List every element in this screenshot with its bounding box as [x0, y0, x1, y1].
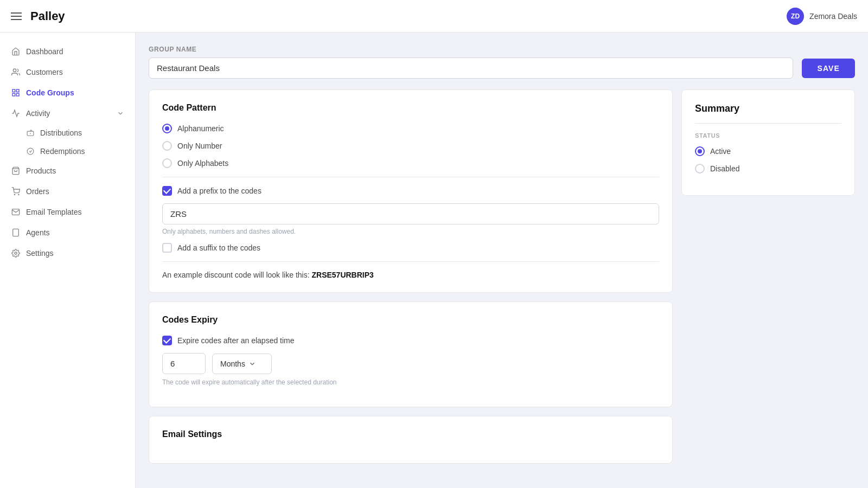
tablet-icon	[11, 228, 21, 237]
radio-alphanumeric[interactable]: Alphanumeric	[162, 124, 659, 133]
expiry-hint: The code will expire automatically after…	[162, 378, 659, 386]
codes-expiry-card: Codes Expiry Expire codes after an elaps…	[149, 301, 673, 407]
email-settings-title: Email Settings	[162, 429, 659, 439]
sidebar-item-dashboard[interactable]: Dashboard	[0, 41, 135, 62]
expiry-row: Months	[162, 353, 659, 374]
radio-disabled[interactable]: Disabled	[695, 164, 841, 174]
check-circle-icon	[26, 147, 35, 156]
radio-active[interactable]: Active	[695, 146, 841, 156]
svg-point-7	[27, 148, 34, 155]
sidebar-item-email-templates[interactable]: Email Templates	[0, 202, 135, 222]
summary-panel: Summary STATUS Active Disabled	[681, 89, 855, 196]
radio-only-number-label: Only Number	[177, 142, 222, 150]
app-logo: Palley	[30, 9, 65, 23]
shopping-bag-icon	[11, 166, 21, 176]
avatar: ZD	[787, 8, 804, 25]
svg-point-13	[15, 252, 17, 254]
svg-rect-4	[12, 93, 15, 96]
prefix-checkbox	[162, 186, 172, 196]
sidebar-item-distributions[interactable]: Distributions	[26, 124, 135, 142]
chevron-down-icon	[248, 360, 256, 368]
expiry-number-input[interactable]	[162, 353, 206, 374]
sidebar-item-label: Agents	[26, 228, 50, 237]
settings-icon	[11, 248, 21, 258]
sidebar-item-label: Customers	[26, 68, 63, 76]
company-name: Zemora Deals	[809, 12, 857, 21]
sidebar-item-orders[interactable]: Orders	[0, 181, 135, 202]
sidebar-item-label: Products	[26, 166, 56, 175]
chevron-down-icon	[117, 110, 124, 117]
suffix-checkbox-row[interactable]: Add a suffix to the codes	[162, 243, 659, 253]
example-code-text: An example discount code will look like …	[162, 271, 659, 279]
sidebar-item-label: Code Groups	[26, 88, 74, 97]
sidebar: Dashboard Customers Code Groups Activity	[0, 33, 136, 488]
expire-checkbox-label: Expire codes after an elapsed time	[177, 336, 295, 345]
prefix-hint: Only alphabets, numbers and dashes allow…	[162, 228, 659, 235]
prefix-checkbox-label: Add a prefix to the codes	[177, 187, 261, 195]
code-pattern-radio-group: Alphanumeric Only Number Only Alphabets	[162, 124, 659, 168]
radio-only-alphabets-label: Only Alphabets	[177, 159, 228, 168]
sidebar-item-label: Distributions	[40, 129, 82, 137]
svg-point-9	[14, 194, 15, 195]
code-pattern-card: Code Pattern Alphanumeric Only Number	[149, 89, 673, 293]
radio-active-circle	[695, 146, 705, 156]
group-name-input[interactable]	[149, 57, 793, 79]
save-button[interactable]: SAVE	[802, 59, 855, 78]
group-name-label: Group Name	[149, 46, 855, 53]
header-right: ZD Zemora Deals	[787, 8, 857, 25]
box-icon	[26, 129, 35, 137]
suffix-checkbox	[162, 243, 172, 253]
summary-card: Summary STATUS Active Disabled	[681, 89, 855, 196]
home-icon	[11, 47, 21, 56]
radio-only-number[interactable]: Only Number	[162, 141, 659, 151]
sidebar-item-code-groups[interactable]: Code Groups	[0, 82, 135, 103]
expire-checkbox	[162, 336, 172, 345]
summary-title: Summary	[695, 103, 841, 114]
sidebar-item-activity[interactable]: Activity	[0, 103, 135, 124]
radio-disabled-label: Disabled	[710, 164, 739, 173]
sidebar-item-agents[interactable]: Agents	[0, 222, 135, 243]
svg-point-0	[13, 69, 16, 72]
svg-rect-2	[16, 89, 19, 92]
sidebar-item-customers[interactable]: Customers	[0, 62, 135, 82]
summary-status-label: STATUS	[695, 132, 841, 139]
sidebar-item-redemptions[interactable]: Redemptions	[26, 142, 135, 160]
menu-icon[interactable]	[11, 12, 22, 20]
radio-only-alphabets-circle	[162, 158, 172, 168]
radio-alphanumeric-circle	[162, 124, 172, 133]
svg-rect-1	[12, 89, 15, 92]
radio-disabled-circle	[695, 164, 705, 174]
svg-point-10	[18, 194, 19, 195]
group-name-row: SAVE	[149, 57, 855, 79]
mail-icon	[11, 207, 21, 217]
codes-expiry-title: Codes Expiry	[162, 315, 659, 325]
radio-active-label: Active	[710, 147, 731, 156]
code-pattern-title: Code Pattern	[162, 103, 659, 113]
main-content: Group Name SAVE Code Pattern Alphanumeri…	[136, 33, 868, 488]
example-code-value: ZRSE57URBRIP3	[311, 271, 373, 279]
summary-status-radio-group: Active Disabled	[695, 146, 841, 174]
radio-only-alphabets[interactable]: Only Alphabets	[162, 158, 659, 168]
grid-icon	[11, 88, 21, 98]
shopping-cart-icon	[11, 187, 21, 196]
sidebar-item-label: Dashboard	[26, 47, 63, 56]
sidebar-item-label: Email Templates	[26, 208, 81, 216]
expiry-unit-label: Months	[220, 359, 245, 368]
prefix-input[interactable]	[162, 203, 659, 224]
sidebar-item-settings[interactable]: Settings	[0, 243, 135, 264]
layout: Dashboard Customers Code Groups Activity	[0, 33, 868, 488]
email-settings-card: Email Settings	[149, 416, 673, 464]
radio-alphanumeric-label: Alphanumeric	[177, 124, 224, 133]
sidebar-item-label: Settings	[26, 249, 54, 258]
prefix-checkbox-row[interactable]: Add a prefix to the codes	[162, 186, 659, 196]
suffix-checkbox-label: Add a suffix to the codes	[177, 243, 260, 252]
sidebar-sub-group: Distributions Redemptions	[0, 124, 135, 160]
radio-only-number-circle	[162, 141, 172, 151]
users-icon	[11, 67, 21, 77]
expire-checkbox-row[interactable]: Expire codes after an elapsed time	[162, 336, 659, 345]
activity-icon	[11, 108, 21, 118]
sidebar-item-products[interactable]: Products	[0, 160, 135, 181]
app-header: Palley ZD Zemora Deals	[0, 0, 868, 33]
svg-rect-3	[16, 93, 19, 96]
expiry-unit-select[interactable]: Months	[212, 354, 272, 374]
